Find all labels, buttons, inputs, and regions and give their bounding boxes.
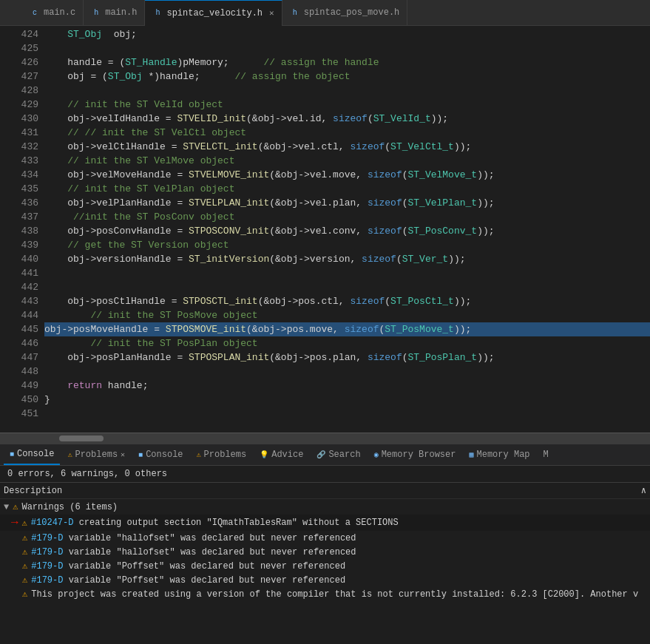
code-line-443: obj->posCtlHandle = STPOSCTL_init(&obj->… <box>44 294 650 308</box>
console-tab-label: Console <box>17 449 54 459</box>
warning-text-2: #179-D variable "hallofset" was declared… <box>31 533 356 543</box>
panel-tab-problems[interactable]: ⚠ Problems ✕ <box>61 444 131 465</box>
warning-triangle-2: ⚠ <box>22 532 27 543</box>
code-line-441 <box>44 266 650 280</box>
code-line-432: obj->velCtlHandle = STVELCTL_init(&obj->… <box>44 140 650 154</box>
code-line-447: obj->posPlanHandle = STPOSPLAN_init(&obj… <box>44 350 650 365</box>
code-line-438: obj->posConvHandle = STPOSCONV_init(&obj… <box>44 224 650 238</box>
panel-tab-advice[interactable]: 💡 Advice <box>254 444 309 465</box>
warning-text-1: #10247-D creating output section "IQmath… <box>31 518 399 528</box>
memory-map-tab-icon: ▦ <box>469 450 473 459</box>
warning-triangle-4: ⚠ <box>22 560 27 572</box>
warning-triangle-6: ⚠ <box>22 589 27 600</box>
problems-tab-badge: ✕ <box>121 450 125 459</box>
advice-tab-label: Advice <box>271 450 303 460</box>
console-status-text: 0 errors, 6 warnings, 0 others <box>7 469 167 479</box>
warning-text-6: This project was created using a version… <box>31 589 638 600</box>
warnings-section: ▼ ⚠ Warnings (6 items) <box>0 499 650 515</box>
warnings-expand-icon[interactable]: ▼ <box>4 502 9 512</box>
memory-browser-tab-label: Memory Browser <box>382 450 456 460</box>
tab-main-h[interactable]: h main.h <box>84 0 145 26</box>
code-content: ST_Obj obj; handle = (ST_Handle)pMemory;… <box>44 26 650 433</box>
horizontal-scrollbar[interactable] <box>0 433 650 444</box>
panel-tab-m[interactable]: M <box>538 444 555 465</box>
code-line-444: // init the ST PosMove object <box>44 308 650 322</box>
code-line-426: handle = (ST_Handle)pMemory; // assign t… <box>44 55 650 70</box>
code-line-440: obj->versionHandle = ST_initVersion(&obj… <box>44 252 650 266</box>
warning-text-4: #179-D variable "Poffset" was declared b… <box>31 561 345 572</box>
code-line-439: // get the ST Version object <box>44 238 650 252</box>
code-line-450: } <box>44 393 650 407</box>
code-line-436: obj->velPlanHandle = STVELPLAN_init(&obj… <box>44 196 650 210</box>
search-tab-icon: 🔗 <box>316 450 325 459</box>
code-line-435: // init the ST VelPlan object <box>44 182 650 196</box>
warning-arrow-icon-1: → <box>11 516 18 529</box>
warning-text-3: #179-D variable "hallofset" was declared… <box>31 547 356 557</box>
tab-label-spintac-pos: spintac_pos_move.h <box>304 7 400 18</box>
h-file-icon: h <box>91 7 101 18</box>
memory-map-tab-label: Memory Map <box>477 450 530 460</box>
tab-main-c[interactable]: c main.c <box>22 0 84 26</box>
warning-row-2[interactable]: ⚠ #179-D variable "hallofset" was declar… <box>0 531 650 545</box>
warning-triangle-1: ⚠ <box>22 518 27 529</box>
description-label: Description <box>4 486 62 496</box>
warnings-label: Warnings (6 items) <box>21 502 118 512</box>
h-file-icon-2: h <box>152 8 163 18</box>
warning-row-5[interactable]: ⚠ #179-D variable "Poffset" was declared… <box>0 573 650 587</box>
code-line-446: // init the ST PosPlan object <box>44 336 650 350</box>
advice-tab-icon: 💡 <box>260 450 268 459</box>
code-line-428 <box>44 84 650 98</box>
search-tab-label: Search <box>328 450 360 460</box>
panel-tab-memory-browser[interactable]: ◉ Memory Browser <box>368 444 462 465</box>
tab-spintac-velocity[interactable]: h spintac_velocity.h ✕ <box>145 0 282 26</box>
code-line-429: // init the ST VelId object <box>44 98 650 112</box>
tab-bar: c main.c h main.h h spintac_velocity.h ✕… <box>0 0 650 26</box>
memory-browser-tab-icon: ◉ <box>374 450 379 459</box>
warning-triangle-5: ⚠ <box>22 574 27 586</box>
description-header: Description ∧ <box>0 483 650 499</box>
code-line-437: //init the ST PosConv object <box>44 210 650 224</box>
code-line-451 <box>44 407 650 421</box>
code-line-434: obj->velMoveHandle = STVELMOVE_init(&obj… <box>44 168 650 182</box>
warning-row-1[interactable]: → ⚠ #10247-D creating output section "IQ… <box>0 515 650 531</box>
panel-tab-problems-2[interactable]: ⚠ Problems <box>191 444 253 465</box>
m-tab-label: M <box>544 450 549 460</box>
console-tab-label-2: Console <box>146 450 183 460</box>
code-line-445: ▶ obj->posMoveHandle = STPOSMOVE_init(&o… <box>44 322 650 336</box>
collapse-button[interactable]: ∧ <box>641 485 646 496</box>
problems-tab-icon-2: ⚠ <box>197 450 201 459</box>
code-line-427: obj = (ST_Obj *)handle; // assign the ob… <box>44 70 650 84</box>
panel-tab-console[interactable]: ■ Console <box>4 444 60 465</box>
panel-tab-bar: ■ Console ⚠ Problems ✕ ■ Console ⚠ Probl… <box>0 444 650 466</box>
gutter-left <box>0 26 15 433</box>
warning-row-3[interactable]: ⚠ #179-D variable "hallofset" was declar… <box>0 545 650 559</box>
code-line-448 <box>44 365 650 379</box>
h-file-icon-3: h <box>290 7 300 18</box>
warning-row-4[interactable]: ⚠ #179-D variable "Poffset" was declared… <box>0 559 650 573</box>
warning-text-5: #179-D variable "Poffset" was declared b… <box>31 575 345 586</box>
line-numbers: 424 425 426 427 428 429 430 431 432 433 … <box>15 26 44 433</box>
problems-tab-label-2: Problems <box>204 450 247 460</box>
console-tab-icon: ■ <box>10 450 14 458</box>
tab-spintac-pos[interactable]: h spintac_pos_move.h <box>282 0 408 26</box>
code-line-449: return handle; <box>44 379 650 393</box>
tab-label-main-h: main.h <box>105 7 137 18</box>
tab-close-button[interactable]: ✕ <box>269 8 274 18</box>
warning-triangle-3: ⚠ <box>22 546 27 557</box>
scrollbar-thumb[interactable] <box>59 435 104 441</box>
code-line-424: ST_Obj obj; <box>44 27 650 41</box>
tab-label-main-c: main.c <box>44 7 75 18</box>
code-line-430: obj->velIdHandle = STVELID_init(&obj->ve… <box>44 112 650 126</box>
console-area: 0 errors, 6 warnings, 0 others Descripti… <box>0 466 650 601</box>
tab-label-spintac-velocity: spintac_velocity.h <box>166 8 263 18</box>
code-line-433: // init the ST VelMove object <box>44 154 650 168</box>
panel-tab-memory-map[interactable]: ▦ Memory Map <box>463 444 535 465</box>
code-line-442 <box>44 280 650 294</box>
warning-row-6[interactable]: ⚠ This project was created using a versi… <box>0 587 650 601</box>
warning-icon-section: ⚠ <box>13 501 18 512</box>
problems-tab-label: Problems <box>75 450 118 460</box>
code-editor: 424 425 426 427 428 429 430 431 432 433 … <box>0 26 650 433</box>
panel-tab-console-2[interactable]: ■ Console <box>132 444 189 465</box>
c-file-icon: c <box>30 7 40 18</box>
panel-tab-search[interactable]: 🔗 Search <box>311 444 366 465</box>
